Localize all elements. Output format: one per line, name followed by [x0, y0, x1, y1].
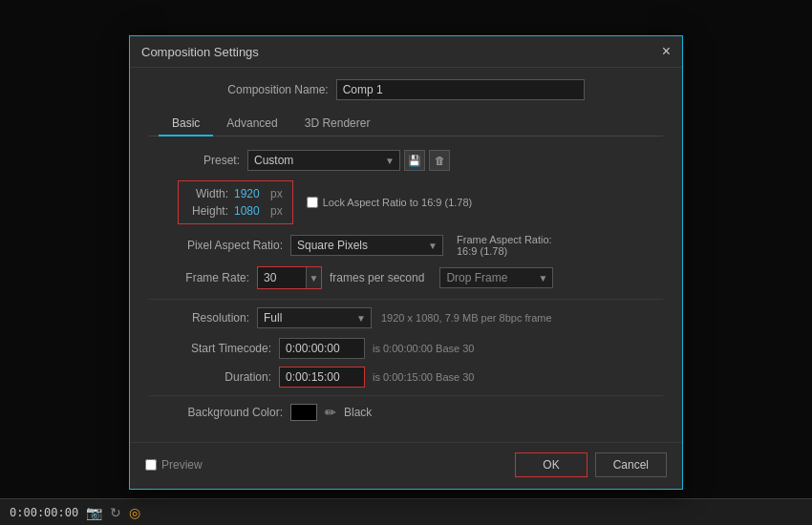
- lock-row: Lock Aspect Ratio to 16:9 (1.78): [307, 197, 473, 208]
- width-unit: px: [270, 187, 283, 200]
- par-row: Pixel Aspect Ratio: Square Pixels D1/DV …: [149, 234, 663, 257]
- eyedropper-icon[interactable]: ✏: [325, 405, 336, 420]
- close-button[interactable]: ×: [662, 44, 671, 59]
- dialog-title: Composition Settings: [141, 45, 259, 59]
- preset-delete-button[interactable]: 🗑: [429, 150, 450, 171]
- tabs-container: Basic Advanced 3D Renderer: [149, 112, 663, 136]
- background-color-row: Background Color: ✏ Black: [149, 404, 663, 421]
- color-wheel-icon[interactable]: ◎: [129, 505, 140, 520]
- width-label: Width:: [188, 187, 228, 200]
- comp-name-row: Composition Name:: [149, 79, 663, 100]
- camera-icon[interactable]: 📷: [86, 505, 102, 520]
- divider-1: [149, 299, 663, 300]
- fps-label: frames per second: [330, 271, 424, 284]
- height-value[interactable]: 1080: [234, 204, 268, 218]
- comp-name-input[interactable]: [336, 79, 585, 100]
- framerate-box: ▼: [257, 266, 322, 289]
- width-value[interactable]: 1920: [234, 187, 268, 200]
- drop-frame-wrapper: Drop Frame Non-Drop Frame ▼: [432, 267, 553, 288]
- frame-aspect-ratio-value: 16:9 (1.78): [457, 245, 552, 257]
- par-select-wrapper: Square Pixels D1/DV NTSC D1/DV PAL ▼: [290, 235, 443, 256]
- bottom-bar: 0:00:00:00 📷 ↻ ◎: [0, 498, 812, 525]
- width-row: Width: 1920 px: [188, 187, 283, 200]
- wh-box: Width: 1920 px Height: 1080 px: [178, 180, 293, 224]
- resolution-row: Resolution: Full Half Third Quarter Cust…: [149, 307, 663, 328]
- duration-label: Duration:: [178, 370, 271, 384]
- bottom-timecode: 0:00:00:00: [10, 506, 78, 519]
- preset-label: Preset:: [178, 154, 240, 167]
- tab-advanced[interactable]: Advanced: [213, 112, 290, 136]
- start-timecode-row: Start Timecode: is 0:00:00:00 Base 30: [149, 338, 663, 359]
- lock-aspect-checkbox-wrapper[interactable]: Lock Aspect Ratio to 16:9 (1.78): [307, 197, 473, 208]
- preview-checkbox-wrapper[interactable]: Preview: [145, 458, 203, 472]
- ok-button[interactable]: OK: [515, 452, 587, 477]
- par-label: Pixel Aspect Ratio:: [178, 239, 283, 252]
- framerate-input[interactable]: [258, 267, 306, 288]
- composition-settings-dialog: Composition Settings × Composition Name:…: [129, 35, 683, 490]
- resolution-label: Resolution:: [178, 311, 249, 325]
- framerate-label: Frame Rate:: [178, 271, 249, 284]
- height-unit: px: [270, 204, 283, 218]
- preset-select[interactable]: Custom HDTV 1080 29.97 HDTV 720 29.97 Fi…: [247, 150, 400, 171]
- resolution-info: 1920 x 1080, 7.9 MB per 8bpc frame: [381, 312, 552, 324]
- preview-label: Preview: [161, 458, 203, 472]
- btn-group: OK Cancel: [515, 452, 667, 477]
- share-icon[interactable]: ↻: [110, 505, 121, 520]
- duration-row: Duration: is 0:00:15:00 Base 30: [149, 367, 663, 388]
- background-color-name: Black: [344, 406, 372, 419]
- lock-aspect-label: Lock Aspect Ratio to 16:9 (1.78): [323, 197, 473, 208]
- preview-checkbox[interactable]: [145, 459, 157, 471]
- wh-section: Width: 1920 px Height: 1080 px Lock Aspe…: [149, 180, 663, 224]
- start-timecode-input[interactable]: [279, 338, 365, 359]
- par-select[interactable]: Square Pixels D1/DV NTSC D1/DV PAL: [290, 235, 443, 256]
- framerate-dropdown-arrow[interactable]: ▼: [306, 267, 321, 288]
- dialog-footer: Preview OK Cancel: [130, 442, 682, 489]
- start-timecode-label: Start Timecode:: [178, 342, 271, 355]
- preset-row: Preset: Custom HDTV 1080 29.97 HDTV 720 …: [149, 150, 663, 171]
- height-row: Height: 1080 px: [188, 204, 283, 218]
- resolution-select[interactable]: Full Half Third Quarter Custom: [257, 307, 372, 328]
- dialog-titlebar: Composition Settings ×: [130, 36, 682, 68]
- frame-aspect-ratio-box: Frame Aspect Ratio: 16:9 (1.78): [457, 234, 552, 257]
- start-timecode-info: is 0:00:00:00 Base 30: [373, 343, 474, 354]
- background-color-label: Background Color:: [178, 406, 283, 419]
- dialog-content: Composition Name: Basic Advanced 3D Rend…: [130, 68, 682, 442]
- drop-frame-select[interactable]: Drop Frame Non-Drop Frame: [439, 267, 553, 288]
- preset-select-wrapper: Custom HDTV 1080 29.97 HDTV 720 29.97 Fi…: [247, 150, 400, 171]
- duration-info: is 0:00:15:00 Base 30: [373, 371, 474, 383]
- tab-3d-renderer[interactable]: 3D Renderer: [291, 112, 384, 136]
- resolution-select-wrapper: Full Half Third Quarter Custom ▼: [257, 307, 372, 328]
- comp-name-label: Composition Name:: [227, 83, 328, 96]
- background-color-swatch[interactable]: [290, 404, 317, 421]
- preset-save-button[interactable]: 💾: [404, 150, 425, 171]
- height-label: Height:: [188, 204, 228, 218]
- framerate-row: Frame Rate: ▼ frames per second Drop Fra…: [149, 266, 663, 289]
- frame-aspect-ratio-label: Frame Aspect Ratio:: [457, 234, 552, 245]
- cancel-button[interactable]: Cancel: [595, 452, 667, 477]
- lock-aspect-checkbox[interactable]: [307, 197, 318, 208]
- tab-basic[interactable]: Basic: [159, 112, 213, 136]
- divider-2: [149, 395, 663, 396]
- duration-input[interactable]: [279, 367, 365, 388]
